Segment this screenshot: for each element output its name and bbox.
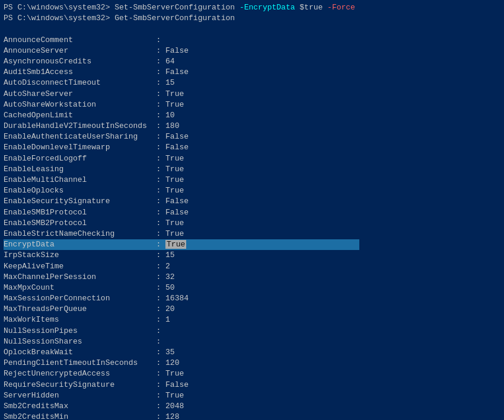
config-row: CachedOpenLimit : 10 (4, 110, 500, 121)
config-separator: : 15 (156, 78, 174, 87)
config-row: IrpStackSize : 15 (4, 250, 500, 261)
config-row: AnnounceComment : (4, 35, 500, 46)
config-row: EnableSMB2Protocol : True (4, 218, 500, 229)
config-key: MaxWorkItems (4, 315, 156, 324)
config-row: KeepAliveTime : 2 (4, 261, 500, 272)
config-key: AutoShareWorkstation (4, 100, 156, 109)
config-separator: : False (156, 46, 189, 55)
config-key: NullSessionShares (4, 337, 156, 346)
config-key: EnableStrictNameChecking (4, 229, 156, 238)
config-key: EnableSecuritySignature (4, 197, 156, 206)
config-separator: : True (156, 175, 184, 184)
config-separator: : False (156, 132, 189, 141)
config-separator: : (156, 36, 161, 44)
cmd1-base: Set-SmbServerConfiguration (114, 3, 240, 12)
terminal-window: PS C:\windows\system32> Set-SmbServerCon… (0, 0, 504, 420)
config-key: AnnounceServer (4, 46, 156, 55)
config-separator: : False (156, 208, 189, 217)
command-line-2: PS C:\windows\system32> Get-SmbServerCon… (4, 13, 500, 24)
config-key: AutoShareServer (4, 89, 156, 98)
config-row: EnableOplocks : True (4, 185, 500, 196)
config-key: EnableSMB2Protocol (4, 219, 156, 227)
config-val-highlighted: True (165, 240, 186, 249)
config-separator: : 16384 (156, 294, 189, 303)
config-key: Smb2CreditsMax (4, 402, 156, 411)
config-row: MaxChannelPerSession : 32 (4, 272, 500, 283)
config-key: MaxThreadsPerQueue (4, 304, 156, 313)
config-key: EnableAuthenticateUserSharing (4, 132, 156, 141)
config-row: AuditSmb1Access : False (4, 67, 500, 78)
config-key: Smb2CreditsMin (4, 412, 156, 420)
config-separator: : 50 (156, 283, 174, 292)
config-key: CachedOpenLimit (4, 111, 156, 120)
config-row: EnableMultiChannel : True (4, 175, 500, 185)
config-row: EnableLeasing : True (4, 164, 500, 175)
config-separator: : 20 (156, 304, 174, 313)
config-key: RequireSecuritySignature (4, 380, 156, 389)
config-key: EnableSMB1Protocol (4, 208, 156, 217)
config-row: MaxMpxCount : 50 (4, 283, 500, 293)
config-separator: : 15 (156, 251, 174, 259)
cmd2-base: Get-SmbServerConfiguration (114, 14, 235, 23)
config-key: IrpStackSize (4, 251, 156, 259)
config-row: EnableForcedLogoff : True (4, 153, 500, 164)
cmd1-param: -EncryptData (240, 3, 295, 12)
prompt-1: PS C:\windows\system32> (4, 3, 114, 12)
config-row: AutoShareWorkstation : True (4, 100, 500, 110)
config-row: Smb2CreditsMax : 2048 (4, 401, 500, 412)
config-separator: : 64 (156, 57, 174, 66)
config-key: OplockBreakWait (4, 348, 156, 357)
config-key: MaxMpxCount (4, 283, 156, 292)
config-row: AsynchronousCredits : 64 (4, 56, 500, 67)
config-key: EnableOplocks (4, 186, 156, 195)
config-separator: : 2 (156, 262, 170, 271)
config-separator: : 2048 (156, 402, 184, 411)
config-separator: : True (156, 229, 184, 238)
config-key: EnableMultiChannel (4, 175, 156, 184)
config-key: MaxSessionPerConnection (4, 294, 156, 303)
config-separator: : 10 (156, 111, 174, 120)
config-row: EnableDownlevelTimewarp : False (4, 142, 500, 153)
config-key: AsynchronousCredits (4, 57, 156, 66)
cmd1-val: $true (295, 3, 328, 12)
highlight-row: EncryptData : True (4, 239, 359, 250)
config-row: EnableAuthenticateUserSharing : False (4, 132, 500, 142)
config-row: DurableHandleV2TimeoutInSeconds : 180 (4, 121, 500, 132)
config-separator: : True (156, 186, 184, 195)
config-separator: : False (156, 68, 189, 76)
config-output: AnnounceComment :AnnounceServer : FalseA… (4, 35, 500, 420)
config-key: PendingClientTimeoutInSeconds (4, 358, 156, 367)
prompt-2: PS C:\windows\system32> (4, 14, 114, 23)
config-key: NullSessionPipes (4, 326, 156, 335)
config-key: EnableLeasing (4, 165, 156, 174)
config-separator: : (156, 337, 161, 346)
config-key: MaxChannelPerSession (4, 272, 156, 281)
config-row: PendingClientTimeoutInSeconds : 120 (4, 358, 500, 368)
config-row: MaxThreadsPerQueue : 20 (4, 304, 500, 315)
config-row: EnableStrictNameChecking : True (4, 229, 500, 239)
config-separator: : 32 (156, 272, 174, 281)
config-separator: : False (156, 380, 189, 389)
config-key: KeepAliveTime (4, 262, 156, 271)
config-row: NullSessionShares : (4, 336, 500, 347)
config-key: DurableHandleV2TimeoutInSeconds (4, 121, 156, 130)
config-separator: : True (156, 89, 184, 98)
config-separator: : False (156, 143, 189, 152)
config-separator: : True (156, 369, 184, 378)
spacer-1 (4, 24, 500, 34)
config-key: EnableDownlevelTimewarp (4, 143, 156, 152)
config-separator: : True (156, 154, 184, 163)
config-key: AuditSmb1Access (4, 68, 156, 76)
config-separator: : 35 (156, 348, 174, 357)
config-separator: : True (156, 165, 184, 174)
config-separator: : 128 (156, 412, 179, 420)
config-key: AnnounceComment (4, 36, 156, 44)
config-separator: : (156, 326, 161, 335)
config-row: MaxWorkItems : 1 (4, 315, 500, 325)
config-row: EnableSecuritySignature : False (4, 196, 500, 207)
config-row: Smb2CreditsMin : 128 (4, 412, 500, 420)
config-row: EncryptData : True (4, 239, 500, 250)
config-key: RejectUnencryptedAccess (4, 369, 156, 378)
config-separator: : True (156, 391, 184, 400)
config-separator: : True (156, 219, 184, 227)
